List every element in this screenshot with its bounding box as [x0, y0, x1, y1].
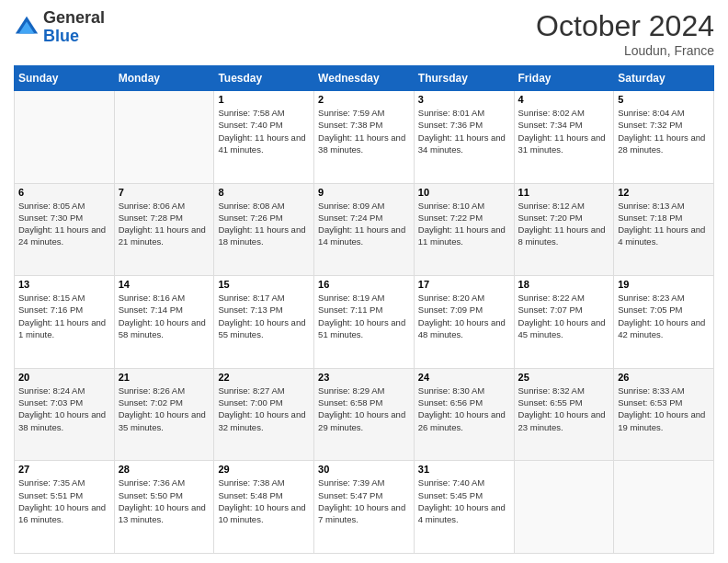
calendar-cell: 28Sunrise: 7:36 AMSunset: 5:50 PMDayligh… [114, 461, 214, 554]
day-number: 26 [618, 372, 710, 383]
calendar-cell: 14Sunrise: 8:16 AMSunset: 7:14 PMDayligh… [114, 276, 214, 369]
day-number: 30 [318, 464, 410, 475]
calendar-cell: 29Sunrise: 7:38 AMSunset: 5:48 PMDayligh… [214, 461, 314, 554]
day-info: Sunrise: 8:05 AMSunset: 7:30 PMDaylight:… [18, 200, 110, 248]
calendar-cell: 23Sunrise: 8:29 AMSunset: 6:58 PMDayligh… [314, 368, 415, 461]
day-number: 17 [418, 279, 510, 290]
day-info: Sunrise: 8:26 AMSunset: 7:02 PMDaylight:… [119, 385, 210, 433]
calendar-cell: 17Sunrise: 8:20 AMSunset: 7:09 PMDayligh… [414, 276, 514, 369]
day-info: Sunrise: 7:59 AMSunset: 7:38 PMDaylight:… [318, 107, 410, 155]
day-info: Sunrise: 8:09 AMSunset: 7:24 PMDaylight:… [318, 200, 410, 248]
day-info: Sunrise: 8:12 AMSunset: 7:20 PMDaylight:… [518, 200, 610, 248]
day-number: 11 [518, 187, 610, 198]
day-info: Sunrise: 8:01 AMSunset: 7:36 PMDaylight:… [418, 107, 510, 155]
day-header-tuesday: Tuesday [214, 66, 314, 91]
day-header-wednesday: Wednesday [314, 66, 415, 91]
day-number: 9 [318, 187, 410, 198]
day-number: 6 [18, 187, 110, 198]
calendar-cell: 5Sunrise: 8:04 AMSunset: 7:32 PMDaylight… [614, 91, 714, 184]
day-number: 4 [518, 94, 610, 105]
calendar-cell: 10Sunrise: 8:10 AMSunset: 7:22 PMDayligh… [414, 183, 514, 276]
calendar-table: SundayMondayTuesdayWednesdayThursdayFrid… [14, 65, 714, 554]
day-number: 10 [418, 187, 510, 198]
day-info: Sunrise: 8:06 AMSunset: 7:28 PMDaylight:… [119, 200, 210, 248]
calendar-cell: 25Sunrise: 8:32 AMSunset: 6:55 PMDayligh… [514, 368, 614, 461]
day-info: Sunrise: 8:19 AMSunset: 7:11 PMDaylight:… [318, 292, 410, 340]
calendar-cell: 26Sunrise: 8:33 AMSunset: 6:53 PMDayligh… [614, 368, 714, 461]
calendar-cell [15, 91, 115, 184]
calendar-cell: 31Sunrise: 7:40 AMSunset: 5:45 PMDayligh… [414, 461, 514, 554]
day-info: Sunrise: 8:02 AMSunset: 7:34 PMDaylight:… [518, 107, 610, 155]
calendar-cell: 22Sunrise: 8:27 AMSunset: 7:00 PMDayligh… [214, 368, 314, 461]
day-info: Sunrise: 8:04 AMSunset: 7:32 PMDaylight:… [618, 107, 710, 155]
calendar-week-1: 1Sunrise: 7:58 AMSunset: 7:40 PMDaylight… [15, 91, 714, 184]
day-number: 25 [518, 372, 610, 383]
day-number: 19 [618, 279, 710, 290]
day-number: 3 [418, 94, 510, 105]
day-info: Sunrise: 8:08 AMSunset: 7:26 PMDaylight:… [218, 200, 310, 248]
day-number: 28 [119, 464, 210, 475]
calendar-cell: 11Sunrise: 8:12 AMSunset: 7:20 PMDayligh… [514, 183, 614, 276]
calendar-cell: 20Sunrise: 8:24 AMSunset: 7:03 PMDayligh… [15, 368, 115, 461]
day-number: 29 [218, 464, 310, 475]
day-info: Sunrise: 8:33 AMSunset: 6:53 PMDaylight:… [618, 385, 710, 433]
calendar-cell: 18Sunrise: 8:22 AMSunset: 7:07 PMDayligh… [514, 276, 614, 369]
day-info: Sunrise: 8:30 AMSunset: 6:56 PMDaylight:… [418, 385, 510, 433]
calendar-cell: 15Sunrise: 8:17 AMSunset: 7:13 PMDayligh… [214, 276, 314, 369]
day-number: 22 [218, 372, 310, 383]
day-info: Sunrise: 8:10 AMSunset: 7:22 PMDaylight:… [418, 200, 510, 248]
calendar-cell: 24Sunrise: 8:30 AMSunset: 6:56 PMDayligh… [414, 368, 514, 461]
calendar-cell: 19Sunrise: 8:23 AMSunset: 7:05 PMDayligh… [614, 276, 714, 369]
day-number: 8 [218, 187, 310, 198]
location: Loudun, France [536, 43, 714, 58]
page: General Blue October 2024 Loudun, France… [0, 0, 728, 563]
day-number: 13 [18, 279, 110, 290]
day-number: 16 [318, 279, 410, 290]
day-number: 23 [318, 372, 410, 383]
month-title: October 2024 [536, 9, 714, 43]
day-info: Sunrise: 7:40 AMSunset: 5:45 PMDaylight:… [418, 477, 510, 525]
day-number: 7 [119, 187, 210, 198]
calendar-week-5: 27Sunrise: 7:35 AMSunset: 5:51 PMDayligh… [15, 461, 714, 554]
day-number: 21 [119, 372, 210, 383]
day-number: 20 [18, 372, 110, 383]
title-block: October 2024 Loudun, France [536, 9, 714, 58]
day-number: 24 [418, 372, 510, 383]
calendar-cell [514, 461, 614, 554]
day-header-sunday: Sunday [15, 66, 115, 91]
day-info: Sunrise: 8:32 AMSunset: 6:55 PMDaylight:… [518, 385, 610, 433]
day-header-friday: Friday [514, 66, 614, 91]
day-info: Sunrise: 8:15 AMSunset: 7:16 PMDaylight:… [18, 292, 110, 340]
calendar-cell: 3Sunrise: 8:01 AMSunset: 7:36 PMDaylight… [414, 91, 514, 184]
calendar-cell: 2Sunrise: 7:59 AMSunset: 7:38 PMDaylight… [314, 91, 415, 184]
day-number: 14 [119, 279, 210, 290]
logo-blue: Blue [43, 28, 105, 46]
day-number: 31 [418, 464, 510, 475]
day-info: Sunrise: 8:29 AMSunset: 6:58 PMDaylight:… [318, 385, 410, 433]
logo: General Blue [14, 9, 105, 46]
day-info: Sunrise: 7:36 AMSunset: 5:50 PMDaylight:… [119, 477, 210, 525]
day-header-thursday: Thursday [414, 66, 514, 91]
calendar-cell: 1Sunrise: 7:58 AMSunset: 7:40 PMDaylight… [214, 91, 314, 184]
calendar-cell: 21Sunrise: 8:26 AMSunset: 7:02 PMDayligh… [114, 368, 214, 461]
day-number: 27 [18, 464, 110, 475]
header: General Blue October 2024 Loudun, France [14, 9, 714, 58]
day-info: Sunrise: 8:13 AMSunset: 7:18 PMDaylight:… [618, 200, 710, 248]
day-info: Sunrise: 8:22 AMSunset: 7:07 PMDaylight:… [518, 292, 610, 340]
logo-icon [14, 15, 40, 40]
day-info: Sunrise: 8:23 AMSunset: 7:05 PMDaylight:… [618, 292, 710, 340]
calendar-header-row: SundayMondayTuesdayWednesdayThursdayFrid… [15, 66, 714, 91]
day-header-saturday: Saturday [614, 66, 714, 91]
day-header-monday: Monday [114, 66, 214, 91]
calendar-cell: 9Sunrise: 8:09 AMSunset: 7:24 PMDaylight… [314, 183, 415, 276]
day-number: 2 [318, 94, 410, 105]
calendar-cell: 16Sunrise: 8:19 AMSunset: 7:11 PMDayligh… [314, 276, 415, 369]
day-info: Sunrise: 8:27 AMSunset: 7:00 PMDaylight:… [218, 385, 310, 433]
calendar-cell: 27Sunrise: 7:35 AMSunset: 5:51 PMDayligh… [15, 461, 115, 554]
day-number: 1 [218, 94, 310, 105]
logo-text: General Blue [43, 9, 105, 46]
calendar-cell: 30Sunrise: 7:39 AMSunset: 5:47 PMDayligh… [314, 461, 415, 554]
day-info: Sunrise: 7:39 AMSunset: 5:47 PMDaylight:… [318, 477, 410, 525]
day-info: Sunrise: 8:17 AMSunset: 7:13 PMDaylight:… [218, 292, 310, 340]
calendar-cell: 7Sunrise: 8:06 AMSunset: 7:28 PMDaylight… [114, 183, 214, 276]
